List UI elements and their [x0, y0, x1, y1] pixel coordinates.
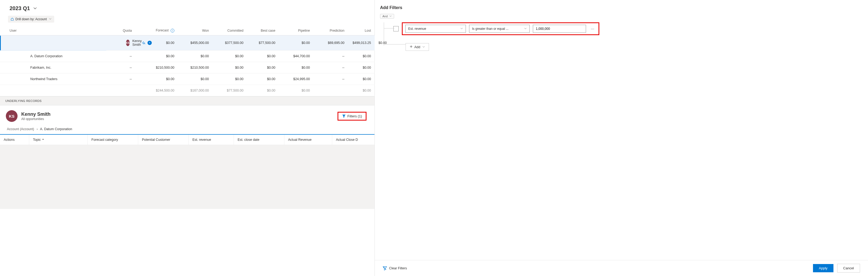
- col-user[interactable]: User: [0, 26, 106, 35]
- filter-row-checkbox[interactable]: [393, 26, 399, 31]
- col-potential-customer[interactable]: Potential Customer: [138, 135, 189, 145]
- detail-grid-header: Actions Topic Forecast category Potentia…: [0, 135, 374, 145]
- detail-grid-body: [0, 145, 374, 209]
- period-selector[interactable]: 2023 Q1: [0, 0, 374, 15]
- group-operator-select[interactable]: And: [380, 14, 394, 19]
- breadcrumb-current: A. Datum Corporation: [40, 127, 72, 131]
- col-lost[interactable]: Lost: [348, 26, 375, 35]
- col-est-revenue[interactable]: Est. revenue: [189, 135, 234, 145]
- chevron-down-icon: [389, 15, 392, 18]
- breadcrumb-root[interactable]: Account (Account): [7, 127, 34, 131]
- col-committed[interactable]: Committed: [213, 26, 247, 35]
- filter-value-input[interactable]: [533, 25, 586, 33]
- table-row[interactable]: KS Kenny Smith $0.00 $455,000.00: [0, 35, 375, 51]
- chevron-right-icon: ›: [37, 127, 38, 131]
- underlying-records-header: UNDERLYING RECORDS: [0, 96, 374, 105]
- add-filters-title: Add Filters: [380, 5, 857, 10]
- table-row[interactable]: A. Datum Corporation -- $0.00 $0.00 $0.0…: [0, 51, 375, 62]
- col-actual-revenue[interactable]: Actual Revenue: [284, 135, 332, 145]
- chevron-down-icon: [422, 45, 425, 49]
- home-icon: [11, 18, 14, 21]
- more-icon[interactable]: ⋯: [589, 27, 596, 31]
- clear-filter-icon: [383, 266, 387, 270]
- chevron-down-icon: [524, 27, 527, 30]
- chevron-down-icon: [33, 5, 37, 11]
- col-actions[interactable]: Actions: [0, 135, 29, 145]
- funnel-icon: [342, 114, 346, 118]
- filter-field-select[interactable]: Est. revenue: [405, 25, 466, 33]
- table-row[interactable]: Fabrikam, Inc. -- $210,500.00 $210,500.0…: [0, 62, 375, 74]
- share-icon[interactable]: [142, 41, 145, 45]
- info-icon[interactable]: i: [170, 29, 174, 32]
- col-won[interactable]: Won: [178, 26, 213, 35]
- col-forecast[interactable]: Forecast i: [135, 26, 178, 35]
- avatar: KS: [6, 110, 18, 122]
- user-name: Kenny Smith: [132, 39, 142, 47]
- connector-line: [384, 22, 384, 46]
- apply-button[interactable]: Apply: [813, 264, 833, 272]
- period-label: 2023 Q1: [9, 5, 30, 11]
- filter-condition-row: Est. revenue Is greater than or equal ..…: [402, 22, 599, 35]
- connector-line: [384, 44, 406, 45]
- col-quota[interactable]: Quota: [106, 26, 135, 35]
- col-bestcase[interactable]: Best case: [247, 26, 279, 35]
- filter-operator-select[interactable]: Is greater than or equal ...: [469, 25, 530, 33]
- avatar: KS: [126, 40, 130, 46]
- plus-icon: [409, 45, 413, 49]
- col-topic[interactable]: Topic: [29, 135, 88, 145]
- col-est-close-date[interactable]: Est. close date: [234, 135, 284, 145]
- underlying-user-name: Kenny Smith: [21, 112, 51, 117]
- chevron-down-icon: [49, 17, 52, 21]
- chevron-down-icon: [460, 27, 463, 30]
- breadcrumb: Account (Account) › A. Datum Corporation: [0, 123, 374, 135]
- table-row[interactable]: $244,500.00 $167,000.00 $77,500.00 $0.00…: [0, 85, 375, 96]
- add-filter-button[interactable]: Add: [406, 43, 429, 51]
- arrow-up-circle-icon[interactable]: [148, 41, 152, 45]
- forecast-table: User Quota Forecast i Won Committed Best…: [0, 26, 375, 96]
- clear-filters-button[interactable]: Clear Filters: [383, 266, 407, 270]
- drill-label: Drill down by: Account: [16, 17, 47, 21]
- col-prediction[interactable]: Prediction: [314, 26, 348, 35]
- cancel-button[interactable]: Cancel: [837, 264, 860, 273]
- underlying-user-sub: All opportunities: [21, 117, 51, 121]
- drill-down-pill[interactable]: Drill down by: Account: [8, 16, 54, 23]
- col-actual-close-date[interactable]: Actual Close D: [332, 135, 374, 145]
- filters-button[interactable]: Filters (1): [338, 112, 367, 120]
- col-pipeline[interactable]: Pipeline: [279, 26, 314, 35]
- sort-asc-icon: [42, 138, 44, 142]
- table-row[interactable]: Northwind Traders -- $0.00 $0.00 $0.00 $…: [0, 74, 375, 85]
- col-forecast-category[interactable]: Forecast category: [88, 135, 138, 145]
